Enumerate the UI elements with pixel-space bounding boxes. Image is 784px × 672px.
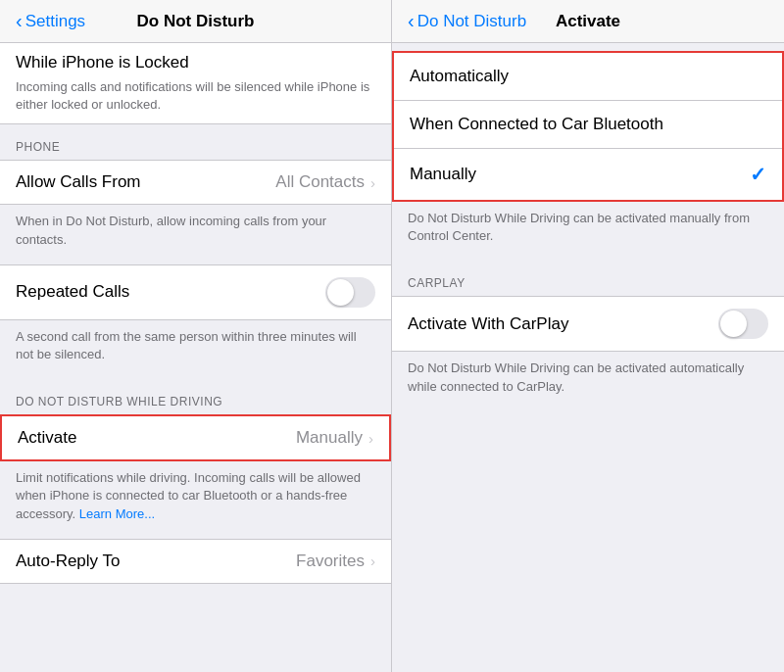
repeated-calls-title: Repeated Calls bbox=[16, 282, 325, 302]
dnd-driving-section-header: DO NOT DISTURB WHILE DRIVING bbox=[0, 379, 391, 414]
left-scroll-content: While iPhone is Locked Incoming calls an… bbox=[0, 43, 391, 672]
allow-calls-chevron-icon: › bbox=[370, 174, 375, 191]
activate-value: Manually bbox=[296, 428, 363, 448]
phone-section-header: PHONE bbox=[0, 124, 391, 160]
activate-options-group: Automatically When Connected to Car Blue… bbox=[392, 51, 784, 202]
activate-desc: Limit notifications while driving. Incom… bbox=[0, 461, 391, 539]
right-nav-title: Activate bbox=[556, 12, 620, 31]
repeated-calls-desc: A second call from the same person withi… bbox=[0, 320, 391, 379]
carplay-section-header: CARPLAY bbox=[392, 261, 784, 296]
activate-desc-text: Limit notifications while driving. Incom… bbox=[16, 470, 361, 520]
activate-row-wrapper: Activate Manually › bbox=[0, 414, 391, 461]
allow-calls-title: Allow Calls From bbox=[16, 172, 275, 192]
automatically-option[interactable]: Automatically bbox=[394, 53, 782, 101]
right-back-label: Do Not Disturb bbox=[417, 12, 526, 31]
while-locked-desc: Incoming calls and notifications will be… bbox=[16, 78, 375, 114]
activate-row[interactable]: Activate Manually › bbox=[2, 416, 389, 459]
auto-reply-title: Auto-Reply To bbox=[16, 552, 296, 571]
allow-calls-value: All Contacts bbox=[275, 172, 365, 192]
carplay-row[interactable]: Activate With CarPlay bbox=[392, 297, 784, 351]
left-back-chevron-icon: ‹ bbox=[16, 10, 23, 32]
left-back-label: Settings bbox=[25, 12, 85, 31]
carplay-toggle[interactable] bbox=[718, 309, 768, 339]
auto-reply-chevron-icon: › bbox=[370, 552, 375, 569]
carplay-toggle-thumb bbox=[720, 311, 747, 337]
right-back-chevron-icon: ‹ bbox=[408, 10, 415, 32]
carplay-group: Activate With CarPlay bbox=[392, 296, 784, 352]
right-nav-bar: ‹ Do Not Disturb Activate bbox=[392, 0, 784, 43]
left-panel: ‹ Settings Do Not Disturb While iPhone i… bbox=[0, 0, 392, 672]
manually-checkmark-icon: ✓ bbox=[750, 163, 766, 186]
activate-title: Activate bbox=[18, 428, 296, 448]
left-back-button[interactable]: ‹ Settings bbox=[16, 10, 85, 32]
learn-more-link[interactable]: Learn More... bbox=[79, 506, 155, 521]
manually-desc: Do Not Disturb While Driving can be acti… bbox=[392, 202, 784, 261]
while-locked-section: While iPhone is Locked Incoming calls an… bbox=[0, 43, 391, 124]
activate-chevron-icon: › bbox=[368, 430, 373, 447]
right-scroll-content: Automatically When Connected to Car Blue… bbox=[392, 43, 784, 672]
automatically-label: Automatically bbox=[410, 67, 766, 86]
while-locked-title: While iPhone is Locked bbox=[16, 53, 375, 72]
carplay-desc: Do Not Disturb While Driving can be acti… bbox=[392, 352, 784, 410]
car-bluetooth-label: When Connected to Car Bluetooth bbox=[410, 115, 766, 134]
left-nav-bar: ‹ Settings Do Not Disturb bbox=[0, 0, 391, 43]
left-nav-title: Do Not Disturb bbox=[137, 12, 255, 31]
auto-reply-row[interactable]: Auto-Reply To Favorites › bbox=[0, 540, 391, 583]
allow-calls-row[interactable]: Allow Calls From All Contacts › bbox=[0, 161, 391, 204]
manually-label: Manually bbox=[410, 165, 750, 184]
repeated-calls-group: Repeated Calls bbox=[0, 264, 391, 320]
manually-option[interactable]: Manually ✓ bbox=[394, 149, 782, 200]
carplay-title: Activate With CarPlay bbox=[408, 314, 718, 334]
auto-reply-value: Favorites bbox=[296, 552, 365, 571]
phone-group: Allow Calls From All Contacts › bbox=[0, 160, 391, 205]
right-back-button[interactable]: ‹ Do Not Disturb bbox=[408, 10, 526, 32]
auto-reply-group: Auto-Reply To Favorites › bbox=[0, 539, 391, 584]
car-bluetooth-option[interactable]: When Connected to Car Bluetooth bbox=[394, 101, 782, 149]
toggle-thumb bbox=[327, 279, 354, 306]
repeated-calls-row[interactable]: Repeated Calls bbox=[0, 265, 391, 319]
allow-calls-desc: When in Do Not Disturb, allow incoming c… bbox=[0, 205, 391, 264]
repeated-calls-toggle[interactable] bbox=[325, 277, 375, 308]
right-panel: ‹ Do Not Disturb Activate Automatically … bbox=[392, 0, 784, 672]
